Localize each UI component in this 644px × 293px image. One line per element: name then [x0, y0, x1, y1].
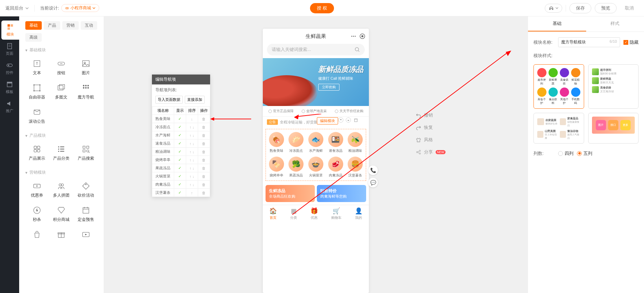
nav-item[interactable]: 🥩肉禽冻品	[326, 157, 345, 178]
back-button[interactable]: 返回后台	[5, 5, 29, 11]
row-show[interactable]: ✓	[174, 131, 186, 139]
nav-item[interactable]: 🍔汉堡薯条	[346, 157, 364, 178]
save-button[interactable]: 保存	[569, 3, 591, 13]
comp-tab-interact[interactable]: 互动	[81, 21, 97, 30]
name-input[interactable]: 魔方导航模块 6/10	[558, 37, 620, 47]
insp-tab-basic[interactable]: 基础	[528, 16, 586, 31]
row-show[interactable]: ✓	[174, 164, 186, 172]
cancel-button[interactable]: 取消	[620, 3, 639, 13]
comp-product-search[interactable]: 产品搜索	[74, 142, 98, 164]
row-show[interactable]: ✓	[174, 156, 186, 164]
comp-more3[interactable]	[74, 227, 98, 244]
row-show[interactable]: ✓	[174, 115, 186, 123]
row-name[interactable]: 速食冻品	[152, 139, 174, 148]
row-sort[interactable]: ↑ ↓	[186, 164, 198, 172]
rail-template[interactable]: 模板	[0, 78, 19, 97]
row-show[interactable]: ✓	[174, 181, 186, 189]
chat-icon[interactable]: 💬	[368, 178, 378, 187]
comp-magic-nav[interactable]: 魔方导航	[74, 81, 98, 103]
comp-text[interactable]: T文本	[25, 56, 49, 79]
row-name[interactable]: 熟食美味	[152, 115, 174, 123]
radio-5col[interactable]: 五列	[577, 150, 592, 157]
row-delete[interactable]: 🗑	[198, 181, 210, 189]
nav-item[interactable]: 🐟水产海鲜	[307, 132, 325, 153]
row-sort[interactable]: ↑ ↓	[186, 156, 198, 164]
close-icon[interactable]	[359, 33, 365, 39]
row-delete[interactable]: 🗑	[198, 115, 210, 123]
row-delete[interactable]: 🗑	[198, 148, 210, 156]
row-sort[interactable]: ↑ ↓	[186, 131, 198, 139]
row-show[interactable]: ✓	[174, 139, 186, 148]
comp-more2[interactable]	[50, 227, 73, 244]
tabbar-item[interactable]: 🛒购物车	[331, 207, 342, 220]
comp-tab-product[interactable]: 产品	[44, 21, 60, 30]
comp-tab-marketing[interactable]: 营销	[62, 21, 79, 30]
move-down-icon[interactable]	[346, 117, 351, 123]
magic-nav-module[interactable]: 🍖熟食美味🥟冷冻面点🐟水产海鲜🍱速食冻品🫒粮油调味🍢烧烤串串🥦果蔬冻品🍲火锅冒菜…	[266, 129, 366, 181]
authorize-button[interactable]: 授 权	[310, 3, 334, 13]
add-button[interactable]: 直接添加	[185, 96, 205, 104]
row-delete[interactable]: 🗑	[198, 172, 210, 181]
comp-more1[interactable]	[25, 227, 49, 244]
row-sort[interactable]: ↑ ↓	[186, 139, 198, 148]
comp-multi-image[interactable]: 多图文	[50, 81, 73, 103]
row-delete[interactable]: 🗑	[198, 164, 210, 172]
row-delete[interactable]: 🗑	[198, 156, 210, 164]
preview-button[interactable]: 预览	[595, 3, 617, 13]
row-name[interactable]: 烧烤串串	[152, 156, 174, 164]
tabbar-item[interactable]: 🎁优惠	[310, 207, 318, 220]
comp-image[interactable]: 图片	[74, 56, 98, 79]
import-button[interactable]: 导入页面数据	[155, 96, 183, 104]
comp-bargain[interactable]: 砍价活动	[74, 179, 98, 201]
support-menu[interactable]	[545, 4, 562, 13]
row-delete[interactable]: 🗑	[198, 189, 210, 197]
nav-item[interactable]: 🫒粮油调味	[346, 132, 364, 153]
row-sort[interactable]: ↑ ↓	[186, 181, 198, 189]
more-icon[interactable]	[350, 33, 357, 39]
row-show[interactable]: ✓	[174, 123, 186, 131]
comp-seckill[interactable]: 秒杀	[25, 203, 49, 225]
banner-cta[interactable]: 立即抢购	[318, 84, 339, 91]
row-delete[interactable]: 🗑	[198, 139, 210, 148]
rail-promote[interactable]: 推广	[0, 97, 19, 116]
row-sort[interactable]: ↑ ↓	[186, 172, 198, 181]
row-delete[interactable]: 🗑	[198, 123, 210, 131]
row-name[interactable]: 汉堡薯条	[152, 189, 174, 197]
row-delete[interactable]: 🗑	[198, 131, 210, 139]
nav-item[interactable]: 🍲火锅冒菜	[307, 157, 325, 178]
row-show[interactable]: ✓	[174, 148, 186, 156]
row-sort[interactable]: ↑ ↓	[186, 123, 198, 131]
comp-free-container[interactable]: 自由容器	[25, 81, 49, 103]
comp-product-cat[interactable]: 产品分类	[50, 142, 73, 164]
comp-points[interactable]: 积分商城	[50, 203, 73, 225]
row-sort[interactable]: ↓	[186, 115, 198, 123]
comp-product-show[interactable]: 产品展示	[25, 142, 49, 164]
row-name[interactable]: 肉禽冻品	[152, 181, 174, 189]
row-sort[interactable]: ↑ ↓	[186, 148, 198, 156]
row-show[interactable]: ✓	[174, 172, 186, 181]
banner[interactable]: 新鲜品质冻品 健康打 Call 抢鲜就味 立即抢购	[263, 58, 369, 106]
tabbar-item[interactable]: 👤我的	[355, 207, 362, 220]
style-option-4[interactable]: 图片接口更多	[588, 113, 639, 144]
row-name[interactable]: 火锅冒菜	[152, 172, 174, 181]
tool-undo[interactable]: 撤销	[416, 112, 446, 118]
rail-control[interactable]: 控件	[0, 59, 19, 78]
hide-checkbox[interactable]: ✓ 隐藏	[623, 39, 639, 45]
promo-card[interactable]: 生鲜冻品 全场商品狂欢购	[266, 185, 315, 202]
style-option-3[interactable]: 农家蔬菜健体好生命家禽蛋品绿色健康食品山野真菌营上补给强身豫油谷物超高人气食品	[533, 113, 584, 144]
radio-4col[interactable]: 四列	[558, 150, 574, 157]
rail-page[interactable]: 页面	[0, 40, 19, 59]
row-name[interactable]: 果蔬冻品	[152, 164, 174, 172]
comp-presale[interactable]: 定金预售	[74, 203, 98, 225]
row-name[interactable]: 冷冻面点	[152, 123, 174, 131]
row-sort[interactable]: ↑	[186, 189, 198, 197]
row-name[interactable]: 粮油调味	[152, 148, 174, 156]
nav-item[interactable]: 🍱速食冻品	[326, 132, 345, 153]
phone-icon[interactable]: 📞	[368, 165, 378, 175]
comp-tab-advanced[interactable]: 高级	[25, 33, 42, 42]
comp-group[interactable]: 多人拼团	[50, 179, 73, 201]
delete-icon[interactable]	[353, 117, 359, 123]
comp-notice[interactable]: 滚动公告	[25, 105, 49, 127]
nav-item[interactable]: 🥦果蔬冻品	[287, 157, 306, 178]
comp-tab-basic[interactable]: 基础	[25, 21, 42, 30]
